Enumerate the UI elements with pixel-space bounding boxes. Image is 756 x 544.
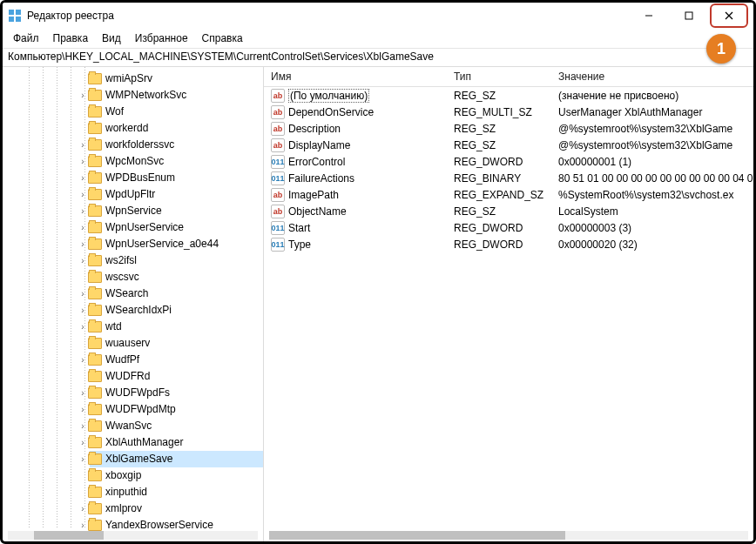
cell-type: REG_SZ [447, 139, 551, 151]
tree-item[interactable]: ›WUDFWpdFs [90, 385, 263, 401]
column-header-name[interactable]: Имя [264, 71, 447, 83]
folder-icon [88, 470, 102, 481]
cell-value: LocalSystem [551, 205, 753, 218]
expand-icon[interactable]: › [78, 385, 88, 401]
tree-pane[interactable]: wmiApSrv›WMPNetworkSvcWofworkerdd›workfo… [3, 67, 264, 541]
tree-item[interactable]: ›WSearch [90, 285, 263, 302]
tree-item-label: ws2ifsl [105, 252, 137, 269]
table-row[interactable]: abObjectNameREG_SZLocalSystem [264, 203, 753, 219]
table-row[interactable]: ab(По умолчанию)REG_SZ(значение не присв… [264, 87, 753, 104]
menu-edit[interactable]: Правка [48, 30, 94, 46]
tree-item[interactable]: ›WUDFWpdMtp [90, 401, 263, 418]
tree-item[interactable]: ›XblAuthManager [90, 434, 263, 451]
tree-item-label: WwanSvc [105, 418, 152, 434]
binary-value-icon: 011 [271, 221, 285, 235]
menu-bar: Файл Правка Вид Избранное Справка [3, 29, 753, 49]
tree-item[interactable]: wmiApSrv [90, 71, 263, 87]
tree-item[interactable]: ›WSearchIdxPi [90, 302, 263, 319]
expand-icon[interactable]: › [78, 319, 88, 335]
tree-item[interactable]: Wof [90, 104, 263, 120]
expand-icon[interactable]: › [78, 418, 88, 434]
expand-icon[interactable]: › [78, 434, 88, 451]
cell-name: abDependOnService [264, 105, 447, 119]
expand-icon[interactable]: › [78, 236, 88, 252]
table-row[interactable]: abImagePathREG_EXPAND_SZ%SystemRoot%\sys… [264, 186, 753, 203]
expand-icon[interactable]: › [78, 219, 88, 236]
tree-item[interactable]: workerdd [90, 120, 263, 137]
cell-value: @%systemroot%\system32\XblGame [551, 139, 753, 151]
menu-help[interactable]: Справка [197, 30, 248, 46]
table-row[interactable]: abDescriptionREG_SZ@%systemroot%\system3… [264, 120, 753, 137]
value-name: (По умолчанию) [288, 89, 369, 103]
expand-icon[interactable]: › [78, 87, 88, 104]
main-panes: wmiApSrv›WMPNetworkSvcWofworkerdd›workfo… [3, 67, 753, 541]
tree-item[interactable]: wuauserv [90, 335, 263, 352]
table-row[interactable]: 011StartREG_DWORD0x00000003 (3) [264, 219, 753, 236]
binary-value-icon: 011 [271, 155, 285, 169]
tree-item[interactable]: ›WwanSvc [90, 418, 263, 434]
folder-icon [88, 487, 102, 498]
tree-item-label: workerdd [105, 120, 148, 137]
menu-view[interactable]: Вид [97, 30, 126, 46]
menu-favorites[interactable]: Избранное [130, 30, 193, 46]
window-title: Редактор реестра [27, 10, 630, 22]
expand-icon[interactable]: › [78, 302, 88, 319]
expand-icon[interactable]: › [78, 500, 88, 517]
tree-item[interactable]: ›wtd [90, 319, 263, 335]
tree-item[interactable]: ›WpcMonSvc [90, 153, 263, 170]
cell-name: 011Start [264, 221, 447, 235]
expand-icon[interactable]: › [78, 203, 88, 219]
minimize-button[interactable] [630, 3, 668, 28]
tree-item[interactable]: ›WPDBusEnum [90, 170, 263, 186]
expand-icon[interactable]: › [78, 170, 88, 186]
tree-item[interactable]: wscsvc [90, 269, 263, 285]
app-icon [8, 9, 22, 23]
tree-item[interactable]: xinputhid [90, 484, 263, 500]
tree-item-label: xmlprov [105, 500, 142, 517]
tree-item[interactable]: xboxgip [90, 467, 263, 484]
tree-item[interactable]: ›workfolderssvc [90, 137, 263, 153]
expand-icon[interactable]: › [78, 153, 88, 170]
cell-value: 0x00000020 (32) [551, 238, 753, 251]
cell-name: 011ErrorControl [264, 155, 447, 169]
column-header-value[interactable]: Значение [551, 71, 753, 83]
list-horizontal-scrollbar[interactable] [264, 529, 753, 541]
table-row[interactable]: 011FailureActionsREG_BINARY80 51 01 00 0… [264, 170, 753, 186]
tree-item[interactable]: ›WpdUpFltr [90, 186, 263, 203]
tree-horizontal-scrollbar[interactable] [3, 529, 263, 541]
expand-icon[interactable]: › [78, 352, 88, 368]
expand-icon[interactable]: › [78, 137, 88, 153]
cell-name: abObjectName [264, 205, 447, 218]
folder-icon [88, 90, 102, 101]
column-header-type[interactable]: Тип [447, 71, 551, 83]
tree-item[interactable]: ›WMPNetworkSvc [90, 87, 263, 104]
list-pane[interactable]: Имя Тип Значение ab(По умолчанию)REG_SZ(… [264, 67, 753, 541]
tree-item[interactable]: ›WudfPf [90, 352, 263, 368]
tree-item[interactable]: ›WpnUserService_a0e44 [90, 236, 263, 252]
table-row[interactable]: abDependOnServiceREG_MULTI_SZUserManager… [264, 104, 753, 120]
expand-icon[interactable]: › [78, 285, 88, 302]
folder-icon [88, 238, 102, 250]
table-row[interactable]: 011TypeREG_DWORD0x00000020 (32) [264, 236, 753, 252]
table-row[interactable]: abDisplayNameREG_SZ@%systemroot%\system3… [264, 137, 753, 153]
menu-file[interactable]: Файл [8, 30, 44, 46]
close-button[interactable] [710, 3, 748, 28]
binary-value-icon: 011 [271, 171, 285, 185]
table-row[interactable]: 011ErrorControlREG_DWORD0x00000001 (1) [264, 153, 753, 170]
expand-icon[interactable]: › [78, 401, 88, 418]
tree-item[interactable]: ›XblGameSave [90, 451, 263, 467]
tree-item[interactable]: ›WpnUserService [90, 219, 263, 236]
folder-icon [88, 205, 102, 217]
tree-item-label: WpdUpFltr [105, 186, 155, 203]
expand-icon[interactable]: › [78, 186, 88, 203]
value-name: DisplayName [288, 139, 350, 151]
tree-item[interactable]: ›WpnService [90, 203, 263, 219]
tree-item[interactable]: WUDFRd [90, 368, 263, 385]
expand-icon[interactable]: › [78, 451, 88, 467]
expand-icon[interactable]: › [78, 252, 88, 269]
tree-item[interactable]: ›ws2ifsl [90, 252, 263, 269]
maximize-button[interactable] [670, 3, 708, 28]
address-bar[interactable]: Компьютер\HKEY_LOCAL_MACHINE\SYSTEM\Curr… [3, 49, 753, 67]
cell-type: REG_BINARY [447, 172, 551, 185]
tree-item[interactable]: ›xmlprov [90, 500, 263, 517]
